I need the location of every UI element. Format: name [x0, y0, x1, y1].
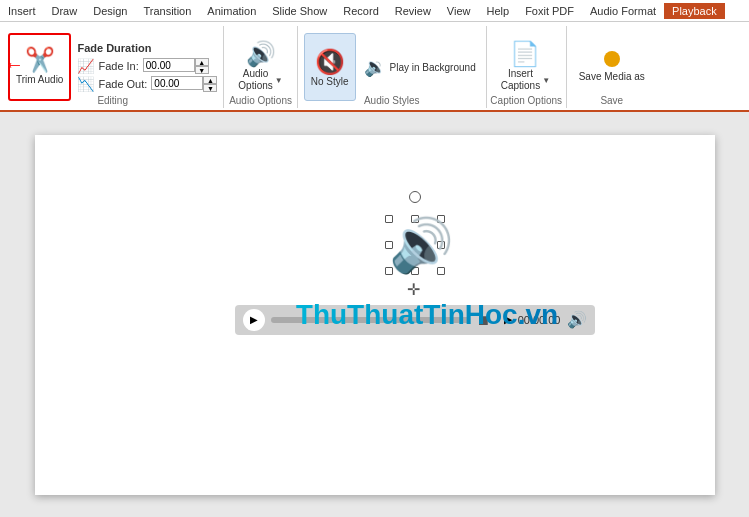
fade-in-input[interactable] [143, 58, 195, 72]
play-icon-right[interactable]: ▶ [504, 313, 512, 326]
audio-options-button[interactable]: 🔊 AudioOptions ▼ [230, 33, 290, 101]
time-display: 00:00.00 [518, 314, 561, 326]
fade-in-down[interactable]: ▼ [195, 66, 209, 74]
menu-item-draw[interactable]: Draw [44, 3, 86, 19]
save-media-label: Save Media as [579, 71, 645, 83]
play-bg-label: Play in Background [390, 62, 476, 73]
progress-bar[interactable] [271, 317, 470, 323]
no-style-label: No Style [311, 76, 349, 87]
audio-options-group-label: Audio Options [224, 95, 296, 106]
menu-item-view[interactable]: View [439, 3, 479, 19]
fade-out-icon: 📉 [77, 76, 94, 92]
menu-item-review[interactable]: Review [387, 3, 439, 19]
fade-in-up[interactable]: ▲ [195, 58, 209, 66]
player-right: ▶ 00:00.00 🔊 [504, 310, 587, 329]
play-button[interactable]: ▶ [243, 309, 265, 331]
save-media-button[interactable]: Save Media as [573, 33, 651, 101]
fade-out-input[interactable] [151, 76, 203, 90]
play-bg-icon: 🔉 [364, 56, 386, 78]
editing-group-label: Editing [2, 95, 223, 106]
fade-in-input-wrapper: ▲ ▼ [143, 58, 209, 74]
fade-section: Fade Duration 📈 Fade In: ▲ ▼ 📉 Fade Out: [77, 42, 217, 92]
fade-in-label: Fade In: [98, 60, 138, 72]
menu-item-playback[interactable]: Playback [664, 3, 725, 19]
caption-options-group-label: Caption Options [487, 95, 566, 106]
audio-element[interactable]: 🔊 ✛ ▶ ⏹ ▶ 00:00.00 🔊 [235, 215, 595, 335]
audio-icon-area: 🔊 ✛ [385, 215, 445, 275]
menu-item-design[interactable]: Design [85, 3, 135, 19]
ribbon-group-caption-options: 📄 InsertCaptions ▼ Caption Options [487, 26, 567, 108]
insert-captions-button[interactable]: 📄 InsertCaptions ▼ [493, 33, 558, 101]
no-style-icon: 🔇 [315, 48, 345, 76]
audio-speaker-icon: 🔊 [389, 219, 454, 271]
move-handle[interactable]: ✛ [407, 280, 420, 299]
ribbon-group-editing: ✂️ Trim Audio ← Fade Duration 📈 Fade In:… [2, 26, 224, 108]
audio-style-vertical-buttons: 🔉 Play in Background [360, 52, 480, 82]
fade-in-spinner: ▲ ▼ [195, 58, 209, 74]
audio-options-dropdown: ▼ [275, 76, 283, 85]
volume-icon[interactable]: 🔊 [567, 310, 587, 329]
audio-player: ▶ ⏹ ▶ 00:00.00 🔊 [235, 305, 595, 335]
fade-duration-title: Fade Duration [77, 42, 217, 54]
audio-styles-group-label: Audio Styles [298, 95, 486, 106]
fade-out-down[interactable]: ▼ [203, 84, 217, 92]
fade-in-row: 📈 Fade In: ▲ ▼ [77, 58, 217, 74]
insert-captions-label: InsertCaptions [501, 68, 540, 92]
fade-in-icon: 📈 [77, 58, 94, 74]
fade-out-input-wrapper: ▲ ▼ [151, 76, 217, 92]
audio-options-label: AudioOptions [238, 68, 272, 92]
menu-item-transition[interactable]: Transition [135, 3, 199, 19]
ribbon: ✂️ Trim Audio ← Fade Duration 📈 Fade In:… [0, 22, 749, 112]
save-group-label: Save [567, 95, 657, 106]
audio-options-icon: 🔊 [246, 42, 276, 66]
menu-bar: Insert Draw Design Transition Animation … [0, 0, 749, 22]
slide-area: ThuThuatTinHoc.vn 🔊 [35, 135, 715, 495]
trim-audio-arrow: ← [4, 53, 24, 76]
insert-captions-dropdown: ▼ [542, 76, 550, 85]
fade-out-spinner: ▲ ▼ [203, 76, 217, 92]
trim-audio-icon: ✂️ [25, 48, 55, 72]
fade-out-up[interactable]: ▲ [203, 76, 217, 84]
ribbon-group-save: Save Media as Save [567, 26, 657, 108]
rotate-handle[interactable] [409, 191, 421, 203]
play-in-background-button[interactable]: 🔉 Play in Background [360, 52, 480, 82]
stop-button[interactable]: ⏹ [476, 312, 490, 328]
save-dot-icon [604, 51, 620, 67]
main-content: ThuThuatTinHoc.vn 🔊 [0, 112, 749, 517]
trim-audio-wrapper: ✂️ Trim Audio ← [8, 33, 71, 101]
insert-captions-icon: 📄 [510, 42, 540, 66]
menu-item-animation[interactable]: Animation [199, 3, 264, 19]
menu-item-audio-format[interactable]: Audio Format [582, 3, 664, 19]
fade-out-row: 📉 Fade Out: ▲ ▼ [77, 76, 217, 92]
ribbon-group-audio-styles: 🔇 No Style 🔉 Play in Background Audio St… [298, 26, 487, 108]
menu-item-foxit[interactable]: Foxit PDF [517, 3, 582, 19]
menu-item-insert[interactable]: Insert [0, 3, 44, 19]
fade-out-label: Fade Out: [98, 78, 147, 90]
menu-item-help[interactable]: Help [479, 3, 518, 19]
no-style-button[interactable]: 🔇 No Style [304, 33, 356, 101]
menu-item-record[interactable]: Record [335, 3, 386, 19]
ribbon-group-audio-options: 🔊 AudioOptions ▼ Audio Options [224, 26, 297, 108]
menu-item-slideshow[interactable]: Slide Show [264, 3, 335, 19]
